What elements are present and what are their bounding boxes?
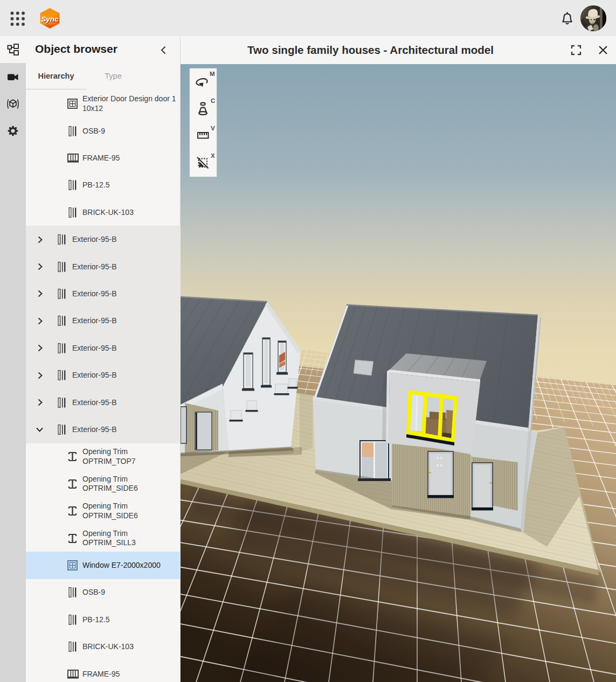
svg-text:V: V bbox=[211, 125, 215, 131]
svg-text:C: C bbox=[211, 98, 215, 104]
svg-text:M: M bbox=[210, 71, 215, 77]
svg-text:X: X bbox=[211, 152, 215, 159]
